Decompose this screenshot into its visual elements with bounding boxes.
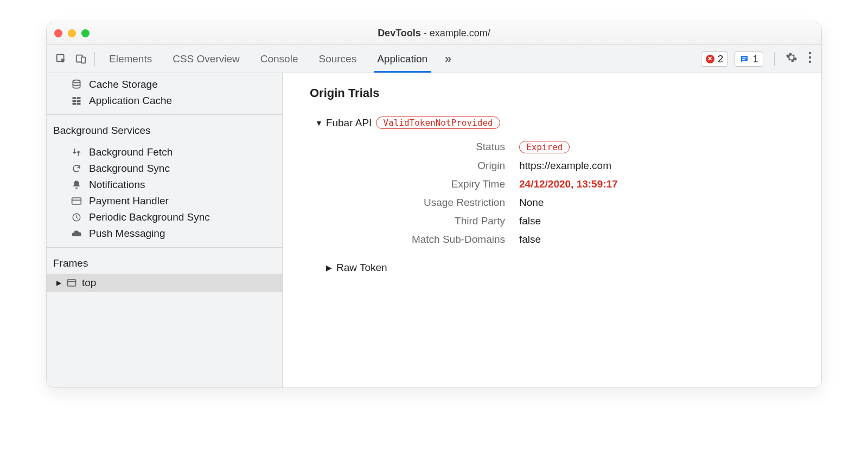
separator	[94, 52, 95, 66]
value-origin: https://example.com	[519, 160, 794, 172]
value-match-subdomains: false	[519, 234, 794, 245]
trial-details: Status Expired Origin https://example.co…	[353, 141, 794, 245]
more-tabs-chevron-icon[interactable]: »	[445, 52, 451, 66]
value-third-party: false	[519, 215, 794, 227]
svg-rect-10	[77, 97, 81, 99]
svg-point-8	[73, 80, 80, 83]
traffic-lights	[54, 29, 90, 37]
credit-card-icon	[71, 196, 82, 206]
sidebar-item-frame-top[interactable]: ▶ top	[47, 274, 282, 292]
separator	[774, 52, 775, 66]
tab-css-overview[interactable]: CSS Overview	[170, 45, 242, 73]
titlebar: DevTools - example.com/	[47, 22, 821, 45]
sidebar-item-background-sync[interactable]: Background Sync	[47, 160, 282, 177]
svg-rect-14	[77, 103, 81, 105]
main-panel: Origin Trials ▼ Fubar API ValidTokenNotP…	[283, 73, 821, 387]
label-status: Status	[353, 141, 505, 153]
grid-icon	[71, 96, 82, 106]
body: Cache Storage Application Cache Backgrou…	[47, 73, 821, 387]
panel-tabs: Elements CSS Overview Console Sources Ap…	[107, 45, 430, 73]
sidebar-item-periodic-background-sync[interactable]: Periodic Background Sync	[47, 209, 282, 225]
svg-rect-4	[743, 59, 745, 60]
label-third-party: Third Party	[353, 215, 505, 227]
trial-header-row[interactable]: ▼ Fubar API ValidTokenNotProvided	[315, 117, 794, 129]
errors-count[interactable]: ✕ 2	[701, 51, 729, 67]
window-title: DevTools - example.com/	[47, 28, 821, 39]
label-usage-restriction: Usage Restriction	[353, 197, 505, 209]
minimize-window-button[interactable]	[68, 29, 76, 37]
expand-triangle-icon[interactable]: ▶	[56, 279, 61, 287]
error-icon: ✕	[706, 55, 714, 63]
label-match-subdomains: Match Sub-Domains	[353, 234, 505, 245]
messages-count[interactable]: 1	[735, 51, 763, 67]
trial-name: Fubar API	[326, 117, 372, 129]
devtools-toolbar: Elements CSS Overview Console Sources Ap…	[47, 45, 821, 73]
sidebar-item-cache-storage[interactable]: Cache Storage	[47, 76, 282, 93]
svg-rect-11	[73, 100, 76, 102]
fetch-icon	[71, 147, 82, 157]
label-origin: Origin	[353, 160, 505, 172]
svg-rect-3	[743, 57, 747, 59]
sidebar-item-application-cache[interactable]: Application Cache	[47, 93, 282, 109]
clock-icon	[71, 212, 82, 222]
disclosure-triangle-right-icon[interactable]: ▶	[326, 263, 332, 272]
sidebar-item-notifications[interactable]: Notifications	[47, 177, 282, 193]
message-icon	[739, 54, 749, 64]
svg-point-5	[809, 52, 812, 55]
svg-point-7	[809, 61, 812, 63]
svg-rect-13	[73, 103, 76, 105]
svg-rect-9	[73, 97, 76, 99]
label-expiry: Expiry Time	[353, 178, 505, 190]
svg-rect-2	[81, 57, 85, 63]
cloud-icon	[71, 228, 82, 239]
value-expiry: 24/12/2020, 13:59:17	[519, 178, 794, 190]
application-sidebar: Cache Storage Application Cache Backgrou…	[47, 73, 283, 387]
raw-token-label: Raw Token	[336, 262, 387, 274]
raw-token-row[interactable]: ▶ Raw Token	[326, 262, 794, 274]
sidebar-item-push-messaging[interactable]: Push Messaging	[47, 225, 282, 242]
svg-rect-15	[72, 198, 81, 204]
inspect-element-icon[interactable]	[55, 53, 67, 65]
database-icon	[71, 79, 82, 90]
window-icon	[66, 277, 78, 288]
sidebar-item-background-fetch[interactable]: Background Fetch	[47, 144, 282, 160]
kebab-menu-icon[interactable]	[808, 51, 812, 66]
bell-icon	[71, 180, 82, 190]
svg-point-6	[809, 56, 812, 59]
svg-rect-18	[68, 280, 76, 286]
value-status: Expired	[519, 141, 794, 153]
title-url: example.com/	[430, 28, 490, 38]
value-usage-restriction: None	[519, 197, 794, 209]
devtools-window: DevTools - example.com/ Elements CSS Ove…	[46, 22, 822, 388]
sidebar-header-background-services: Background Services	[47, 117, 282, 141]
tab-console[interactable]: Console	[258, 45, 301, 73]
tab-elements[interactable]: Elements	[107, 45, 154, 73]
maximize-window-button[interactable]	[81, 29, 90, 37]
trial-badge: ValidTokenNotProvided	[376, 117, 500, 129]
title-app: DevTools	[378, 28, 421, 38]
section-title-origin-trials: Origin Trials	[310, 86, 794, 100]
tab-application[interactable]: Application	[375, 45, 430, 73]
settings-gear-icon[interactable]	[786, 51, 797, 66]
close-window-button[interactable]	[54, 29, 62, 37]
disclosure-triangle-down-icon[interactable]: ▼	[315, 119, 323, 127]
tab-sources[interactable]: Sources	[316, 45, 359, 73]
device-toolbar-icon[interactable]	[75, 53, 87, 65]
sync-icon	[71, 164, 82, 173]
sidebar-item-payment-handler[interactable]: Payment Handler	[47, 193, 282, 209]
sidebar-header-frames: Frames	[47, 250, 282, 274]
svg-rect-12	[77, 100, 81, 102]
